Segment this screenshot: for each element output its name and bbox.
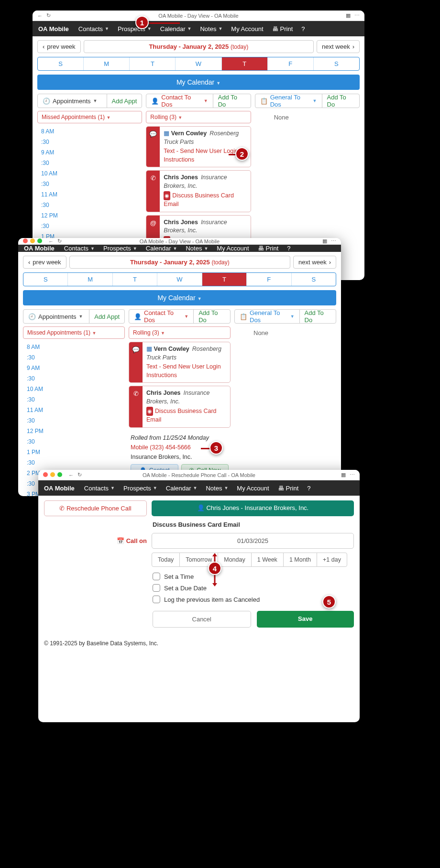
prev-week-button[interactable]: ‹prev week bbox=[37, 40, 81, 53]
reschedule-phone-call-button[interactable]: ✆ Reschedule Phone Call bbox=[44, 500, 147, 516]
1week-button[interactable]: 1 Week bbox=[252, 553, 284, 566]
menu-prospects[interactable]: Prospects▼ bbox=[115, 25, 154, 33]
appointments-header[interactable]: 🕘Appointments▼ bbox=[38, 98, 102, 105]
nav-back-icon[interactable]: ← bbox=[48, 239, 54, 244]
day-m[interactable]: M bbox=[84, 57, 130, 70]
menu-contacts[interactable]: Contacts▼ bbox=[81, 485, 118, 492]
caret-icon: ▼ bbox=[187, 26, 192, 31]
next-week-button[interactable]: next week› bbox=[293, 256, 336, 269]
more-icon[interactable]: ⋯ bbox=[350, 472, 355, 478]
window-controls[interactable] bbox=[43, 472, 65, 478]
caret-icon: ▼ bbox=[204, 98, 208, 103]
menu-print[interactable]: 🖶Print bbox=[269, 25, 296, 33]
person-icon: 👤 bbox=[197, 504, 207, 511]
menu-account[interactable]: My Account bbox=[214, 245, 252, 252]
general-todos-header[interactable]: 📋General To Dos▼ bbox=[255, 94, 322, 108]
print-icon: 🖶 bbox=[258, 245, 264, 252]
clipboard-icon: 📋 bbox=[260, 98, 268, 105]
day-s2[interactable]: S bbox=[314, 57, 359, 70]
cancel-button[interactable]: Cancel bbox=[153, 611, 251, 628]
contact-todos-header[interactable]: 👤Contact To Dos▼ bbox=[146, 94, 212, 108]
camera-icon: ◉ bbox=[164, 191, 170, 200]
today-button[interactable]: Today bbox=[152, 553, 180, 566]
menu-calendar[interactable]: Calendar▼ bbox=[163, 485, 200, 492]
step-badge-1: 1 bbox=[135, 16, 149, 29]
phone-icon: ✆ bbox=[59, 505, 66, 512]
set-due-checkbox[interactable] bbox=[153, 584, 160, 592]
menu-contacts[interactable]: Contacts▼ bbox=[76, 25, 112, 33]
cast-icon[interactable]: ▩ bbox=[322, 238, 327, 244]
menu-prospects[interactable]: Prospects▼ bbox=[121, 485, 160, 492]
monday-button[interactable]: Monday bbox=[218, 553, 251, 566]
todo-card[interactable]: ✆ Chris JonesInsurance Brokers, Inc.◉Dis… bbox=[146, 170, 251, 212]
missed-appointments[interactable]: Missed Appointments (1) ▼ bbox=[23, 326, 125, 339]
menu-calendar[interactable]: Calendar▼ bbox=[157, 25, 195, 33]
my-calendar-button[interactable]: My Calendar ▼ bbox=[23, 290, 336, 305]
menu-prospects[interactable]: Prospects▼ bbox=[100, 245, 140, 252]
add-appt-button[interactable]: Add Appt bbox=[107, 94, 142, 108]
add-contact-todo-button[interactable]: Add To Do bbox=[193, 310, 230, 323]
contact-todos-header[interactable]: 👤Contact To Dos▼ bbox=[129, 309, 193, 324]
next-week-button[interactable]: next week› bbox=[317, 40, 360, 53]
menu-notes[interactable]: Notes▼ bbox=[197, 25, 225, 33]
cast-icon[interactable]: ▩ bbox=[346, 12, 351, 19]
menu-account[interactable]: My Account bbox=[228, 25, 266, 33]
weekday-tabs[interactable]: S M T W T F S bbox=[37, 57, 360, 71]
cast-icon[interactable]: ▩ bbox=[341, 472, 346, 478]
prev-week-button[interactable]: ‹prev week bbox=[23, 256, 66, 269]
day-s[interactable]: S bbox=[38, 57, 84, 70]
menu-print[interactable]: 🖶Print bbox=[255, 245, 282, 252]
menu-notes[interactable]: Notes▼ bbox=[203, 485, 231, 492]
more-icon[interactable]: ⋯ bbox=[331, 238, 336, 244]
log-canceled-checkbox[interactable] bbox=[153, 596, 160, 603]
log-canceled-label: Log the previous item as Canceled bbox=[164, 596, 260, 603]
refresh-icon[interactable]: ↻ bbox=[46, 12, 51, 19]
rolling-todos[interactable]: Rolling (3) ▼ bbox=[146, 111, 251, 123]
menu-account[interactable]: My Account bbox=[234, 485, 272, 492]
svg-marker-1 bbox=[212, 553, 217, 556]
time-slots[interactable]: 8 AM:309 AM:30 10 AM:3011 AM:30 12 PM:30… bbox=[37, 126, 142, 252]
window-title: OA Mobile - Reschedule Phone Call - OA M… bbox=[38, 472, 360, 478]
window-controls[interactable] bbox=[23, 239, 44, 244]
day-w[interactable]: W bbox=[176, 57, 221, 70]
caret-icon: ▼ bbox=[178, 115, 182, 120]
general-todos-header[interactable]: 📋General To Dos▼ bbox=[235, 309, 299, 324]
refresh-icon[interactable]: ↻ bbox=[57, 238, 62, 244]
todo-card[interactable]: 💬 ▦ Vern CowleyRosenberg Truck PartsText… bbox=[129, 342, 231, 383]
menu-help[interactable]: ? bbox=[298, 25, 308, 33]
add-appt-button[interactable]: Add Appt bbox=[89, 310, 124, 323]
more-icon[interactable]: ⋯ bbox=[354, 12, 360, 19]
add-general-todo-button[interactable]: Add To Do bbox=[299, 310, 336, 323]
text-icon: 💬 bbox=[146, 127, 160, 167]
save-button[interactable]: Save bbox=[257, 611, 354, 628]
menu-help[interactable]: ? bbox=[304, 485, 313, 492]
missed-appointments[interactable]: Missed Appointments (1) ▼ bbox=[37, 111, 142, 123]
day-t2[interactable]: T bbox=[222, 57, 268, 70]
day-t[interactable]: T bbox=[130, 57, 176, 70]
appointments-header[interactable]: 🕘Appointments▼ bbox=[23, 313, 88, 320]
rolling-todos[interactable]: Rolling (3) ▼ bbox=[129, 326, 231, 339]
copyright: © 1991-2025 by Baseline Data Systems, In… bbox=[38, 633, 360, 653]
contact-bar: 👤 Chris Jones - Insurance Brokers, Inc. bbox=[152, 500, 354, 516]
quick-date-buttons[interactable]: Today Tomorrow Monday 1 Week 1 Month +1 … bbox=[152, 553, 347, 567]
menu-help[interactable]: ? bbox=[284, 245, 293, 252]
refresh-icon[interactable]: ↻ bbox=[77, 472, 82, 478]
my-calendar-button[interactable]: My Calendar ▼ bbox=[37, 75, 360, 90]
todo-card-expanded[interactable]: ✆ Chris JonesInsurance Brokers, Inc.◉Dis… bbox=[129, 386, 231, 428]
1month-button[interactable]: 1 Month bbox=[284, 553, 317, 566]
set-time-checkbox[interactable] bbox=[153, 573, 160, 580]
menu-notes[interactable]: Notes▼ bbox=[183, 245, 211, 252]
text-icon: 💬 bbox=[129, 342, 143, 382]
nav-back-icon[interactable]: ← bbox=[37, 13, 43, 19]
add-contact-todo-button[interactable]: Add To Do bbox=[213, 94, 251, 108]
menu-contacts[interactable]: Contacts▼ bbox=[61, 245, 98, 252]
todo-card[interactable]: 💬 ▦ Vern CowleyRosenberg Truck PartsText… bbox=[146, 126, 251, 167]
day-f[interactable]: F bbox=[268, 57, 314, 70]
date-input[interactable]: 01/03/2025 bbox=[152, 533, 354, 549]
menu-calendar[interactable]: Calendar▼ bbox=[143, 245, 180, 252]
brand: OA Mobile bbox=[24, 245, 55, 252]
add-general-todo-button[interactable]: Add To Do bbox=[322, 94, 359, 108]
nav-back-icon[interactable]: ← bbox=[68, 472, 74, 478]
plus1day-button[interactable]: +1 day bbox=[317, 553, 347, 566]
menu-print[interactable]: 🖶Print bbox=[275, 485, 302, 492]
